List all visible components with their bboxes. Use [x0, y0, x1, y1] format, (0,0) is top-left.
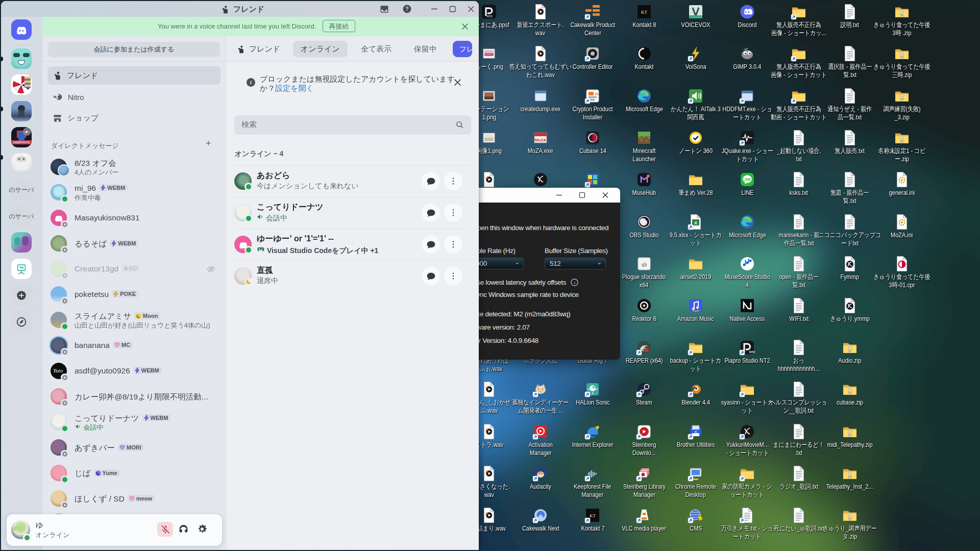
svg-text:PI: PI	[595, 92, 599, 96]
svg-text:NT2: NT2	[749, 350, 755, 354]
svg-text:KT: KT	[590, 513, 596, 518]
svg-text:at: at	[694, 430, 697, 433]
svg-text:LINE: LINE	[744, 178, 751, 181]
svg-text:MoZA: MoZA	[535, 138, 546, 142]
svg-text:X: X	[694, 220, 697, 226]
svg-text:NT2: NT2	[486, 15, 493, 18]
svg-text:?: ?	[405, 6, 408, 12]
svg-text:i: i	[574, 280, 576, 285]
svg-text:KT: KT	[641, 10, 647, 15]
svg-text:sfz: sfz	[642, 262, 647, 267]
